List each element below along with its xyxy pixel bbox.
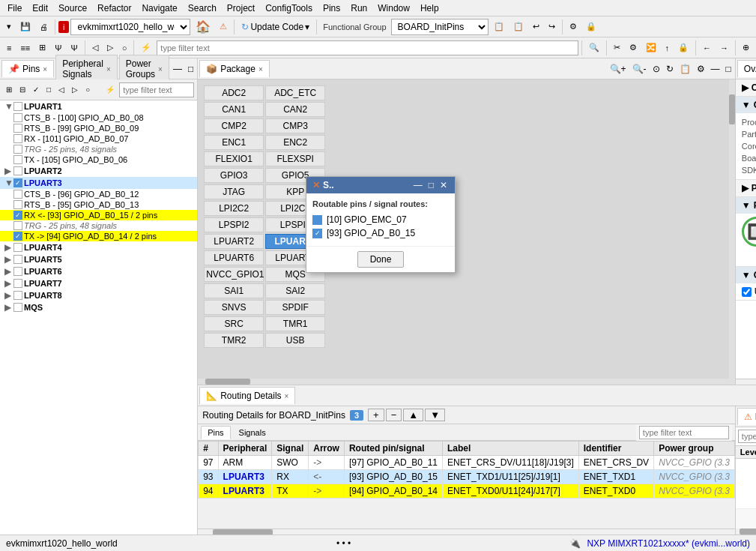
t2-btn5[interactable]: Ψ <box>67 41 81 55</box>
trg25a-check[interactable] <box>13 145 22 154</box>
tree-rts99[interactable]: RTS_B - [99] GPIO_AD_B0_09 <box>0 123 197 133</box>
pkg-cell-jtag[interactable]: JTAG <box>204 184 264 199</box>
pkg-cell-lpuart2[interactable]: LPUART2 <box>204 234 264 249</box>
pkg-cell-cmp2[interactable]: CMP2 <box>204 118 264 133</box>
table-row-93[interactable]: 93 LPUART3 RX <- [93] GPIO_AD_B0_15 ENET… <box>199 470 735 484</box>
tree-lpuart6[interactable]: ▶ LPUART6 <box>0 265 197 277</box>
t2-btn2[interactable]: ≡≡ <box>16 41 34 55</box>
pkg-scroll-thumb-v[interactable] <box>729 94 735 124</box>
tree-cts96[interactable]: CTS_B - [96] GPIO_AD_B0_12 <box>0 189 197 199</box>
status-nxp[interactable]: NXP MIMXRT1021xxxxx* (evkmi...world) <box>587 538 750 549</box>
tree-lpuart2[interactable]: ▶ LPUART2 <box>0 165 197 177</box>
pkg-scroll-thumb-h[interactable] <box>205 379 250 385</box>
filter-collapse-all[interactable]: ⊟ <box>16 84 28 95</box>
table-row-97[interactable]: 97 ARM SWO -> [97] GPIO_AD_B0_11 ENET_CR… <box>199 456 735 470</box>
lpuart2-check[interactable] <box>13 166 22 175</box>
rts95-check[interactable] <box>13 200 22 209</box>
cts96-check[interactable] <box>13 190 22 199</box>
toolbar-lock[interactable]: 🔒 <box>582 19 600 34</box>
filter-check[interactable]: ✓ <box>30 84 42 95</box>
dialog-close[interactable]: ✕ <box>438 180 449 190</box>
lpuart7-check[interactable] <box>13 279 22 288</box>
pkg-cell-can2[interactable]: CAN2 <box>265 102 325 117</box>
t2-btn7[interactable]: ▷ <box>103 40 117 55</box>
dialog-check-0[interactable] <box>312 215 322 225</box>
lpuart8-arrow[interactable]: ▶ <box>4 290 13 301</box>
pkg-cell-snvs[interactable]: SNVS <box>204 300 264 315</box>
menu-window[interactable]: Window <box>373 1 414 15</box>
pkg-copy2[interactable]: 📋 <box>677 63 693 75</box>
pkg-cell-enc1[interactable]: ENC1 <box>204 135 264 150</box>
minimize-left[interactable]: — <box>171 63 184 75</box>
subtab-signals[interactable]: Signals <box>232 426 273 439</box>
pkg-zoom-out[interactable]: 🔍- <box>630 63 649 75</box>
pkg-cell-cmp3[interactable]: CMP3 <box>265 118 325 133</box>
home-btn[interactable]: 🏠 <box>192 17 214 36</box>
lpuart3-arrow[interactable]: ▼ <box>4 178 13 188</box>
lpuart5-check[interactable] <box>13 255 22 264</box>
add-routing-btn[interactable]: + <box>368 409 384 421</box>
tree-tx105[interactable]: TX - [105] GPIO_AD_B0_06 <box>0 154 197 165</box>
menu-edit[interactable]: Edit <box>28 1 52 15</box>
problems-hscroll[interactable] <box>736 529 756 535</box>
filter-btn4[interactable]: ○ <box>82 84 93 95</box>
tx94-check[interactable]: ✓ <box>13 232 22 241</box>
menu-help[interactable]: Help <box>416 1 444 15</box>
tree-lpuart7[interactable]: ▶ LPUART7 <box>0 277 197 289</box>
pkg-scrollbar-h[interactable] <box>198 379 735 385</box>
trg25b-check[interactable] <box>13 221 22 230</box>
t2-btn3[interactable]: ⊞ <box>35 40 49 55</box>
toolbar-settings[interactable]: ⚙ <box>566 19 581 34</box>
routing-filter-input[interactable] <box>639 426 729 439</box>
toolbar-print[interactable]: 🖨 <box>36 20 52 34</box>
signal-routes-dialog[interactable]: ✕ S.. — □ ✕ Routable pins / signal route… <box>306 176 456 273</box>
menu-configtools[interactable]: ConfigTools <box>261 1 317 15</box>
pkg-cell-nvcc[interactable]: NVCC_GPIO1 <box>204 267 264 282</box>
pkg-scrollbar-v[interactable] <box>729 79 735 385</box>
pkg-refresh[interactable]: ↻ <box>664 63 676 75</box>
filter-uncheck[interactable]: □ <box>43 84 54 95</box>
gencode-checkbox[interactable] <box>742 287 752 297</box>
filter-expand-all[interactable]: ⊞ <box>3 84 15 95</box>
menu-pins[interactable]: Pins <box>318 1 345 15</box>
menu-project[interactable]: Project <box>223 1 259 15</box>
pkg-zoom-in[interactable]: 🔍+ <box>608 63 629 75</box>
rx93-check[interactable]: ✓ <box>13 211 22 220</box>
t2-btn8[interactable]: ○ <box>118 41 131 55</box>
problems-filter-input[interactable] <box>738 430 756 443</box>
pkg-cell-sai1[interactable]: SAI1 <box>204 283 264 298</box>
t2-btn9[interactable]: 🔍 <box>585 40 603 55</box>
warning-btn[interactable]: ⚠ <box>216 19 231 34</box>
dialog-check-1[interactable]: ✓ <box>312 229 322 238</box>
pkg-settings[interactable]: ⚙ <box>695 63 707 75</box>
tree-filter-input[interactable] <box>119 82 194 97</box>
tree-rx101[interactable]: RX - [101] GPIO_AD_B0_07 <box>0 133 197 144</box>
cts100-check[interactable] <box>13 113 22 122</box>
up-routing-btn[interactable]: ▲ <box>403 409 423 421</box>
tab-pins[interactable]: 📌 Pins × <box>1 60 54 77</box>
routing-hscroll-thumb[interactable] <box>213 529 273 535</box>
remove-routing-btn[interactable]: − <box>386 409 402 421</box>
tree-lpuart1[interactable]: ▼ LPUART1 <box>0 100 197 112</box>
subtab-pins[interactable]: Pins <box>201 426 230 439</box>
pkg-reset[interactable]: ⊙ <box>650 63 662 75</box>
dialog-maximize[interactable]: □ <box>427 180 435 190</box>
table-row-94[interactable]: 94 LPUART3 TX -> [94] GPIO_AD_B0_14 ENET… <box>199 484 735 499</box>
menu-file[interactable]: File <box>3 1 26 15</box>
toolbar-redo[interactable]: ↪ <box>545 19 559 34</box>
tree-trg25b[interactable]: TRG - 25 pins, 48 signals <box>0 220 197 231</box>
lpuart6-check[interactable] <box>13 267 22 276</box>
t2-btn12[interactable]: 🔀 <box>642 40 660 55</box>
routing-hscroll[interactable] <box>198 529 735 535</box>
pkg-cell-lpuart6[interactable]: LPUART6 <box>204 250 264 265</box>
pkg-cell-flexspi[interactable]: FLEXSPI <box>265 151 325 166</box>
tab-peripheral[interactable]: Peripheral Signals × <box>55 55 118 82</box>
problems-hscroll-thumb[interactable] <box>740 529 756 535</box>
tree-rts95[interactable]: RTS_B - [95] GPIO_AD_B0_13 <box>0 199 197 210</box>
t2-btn10[interactable]: ✂ <box>610 40 624 55</box>
tree-lpuart3[interactable]: ▼ ✓ LPUART3 <box>0 177 197 189</box>
down-routing-btn[interactable]: ▼ <box>425 409 445 421</box>
menu-search[interactable]: Search <box>184 1 221 15</box>
tree-tx94[interactable]: ✓ TX -> [94] GPIO_AD_B0_14 / 2 pins <box>0 231 197 241</box>
tree-mqs[interactable]: ▶ MQS <box>0 301 197 313</box>
